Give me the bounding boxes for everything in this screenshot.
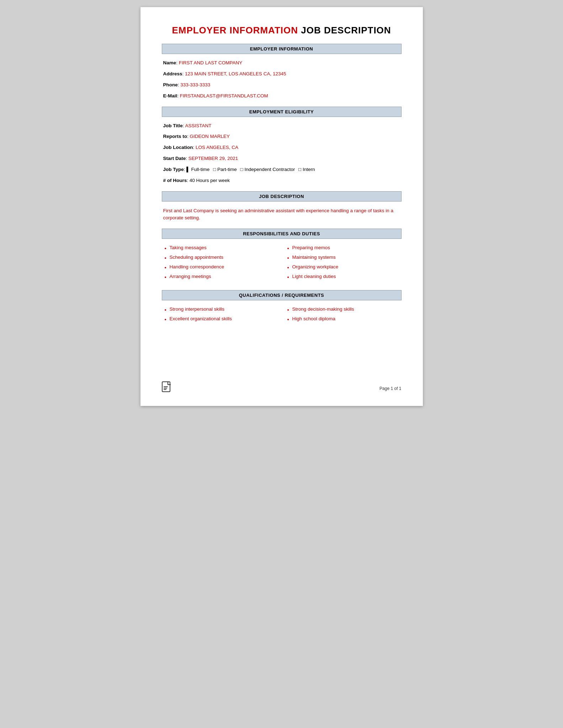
employer-address-line: Address: 123 MAIN STREET, LOS ANGELES CA… [163,71,402,77]
employer-name-line: Name: FIRST AND LAST COMPANY [163,60,402,66]
reports-to-value: GIDEON MARLEY [190,134,230,139]
responsibilities-left-list: Taking messages Scheduling appointments … [163,245,279,280]
employer-address-value: 123 MAIN STREET, LOS ANGELES CA, 12345 [185,71,286,76]
hours-line: # of Hours: 40 Hours per week [163,177,402,184]
list-item: Strong decision-making skills [286,306,402,313]
reports-to-colon: : [187,134,190,139]
name-label: Name [163,60,176,65]
phone-label: Phone [163,82,178,87]
job-location-label: Job Location [163,145,193,150]
responsibilities-left-col: Taking messages Scheduling appointments … [163,245,279,283]
job-description-header: JOB DESCRIPTION [162,191,402,202]
svg-rect-2 [164,388,167,389]
hours-value: 40 Hours per week [190,178,230,183]
svg-rect-1 [164,386,168,387]
list-item: Maintaining systems [286,254,402,261]
responsibilities-section: RESPONSIBILITIES AND DUTIES Taking messa… [162,229,402,283]
email-colon: : [177,93,180,98]
job-type-line: Job Type: ▌ Full-time □ Part-time □ Inde… [163,166,402,173]
title-red-word: EMPLOYER INFORMATION [172,25,298,36]
start-date-colon: : [186,156,188,161]
hours-colon: : [187,178,190,183]
responsibilities-header: RESPONSIBILITIES AND DUTIES [162,229,402,239]
job-description-text: First and Last Company is seeking an adm… [162,207,402,222]
fulltime-checkbox: ▌ Full-time [186,167,209,172]
list-item: Preparing memos [286,245,402,251]
job-type-label: Job Type [163,167,184,172]
responsibilities-list: Taking messages Scheduling appointments … [162,245,402,283]
job-location-line: Job Location: LOS ANGELES, CA [163,144,402,151]
job-location-value: LOS ANGELES, CA [196,145,238,150]
responsibilities-right-list: Preparing memos Maintaining systems Orga… [286,245,402,280]
employer-phone-line: Phone: 333-333-3333 [163,82,402,89]
employment-eligibility-header: EMPLOYMENT ELIGIBILITY [162,107,402,117]
start-date-value: SEPTEMBER 29, 2021 [188,156,238,161]
job-title-label: Job Title [163,123,183,128]
job-location-colon: : [193,145,196,150]
list-item: Taking messages [163,245,279,251]
responsibilities-right-col: Preparing memos Maintaining systems Orga… [286,245,402,283]
list-item: Strong interpersonal skills [163,306,279,313]
qualifications-header: QUALIFICATIONS / REQUIREMENTS [162,290,402,300]
employer-information-section: EMPLOYER INFORMATION Name: FIRST AND LAS… [162,44,402,100]
list-item: Handling correspondence [163,264,279,271]
qualifications-left-col: Strong interpersonal skills Excellent or… [163,306,279,325]
job-title-colon: : [183,123,185,128]
hours-label: # of Hours [163,178,187,183]
employment-eligibility-section: EMPLOYMENT ELIGIBILITY Job Title: ASSIST… [162,107,402,184]
reports-to-line: Reports to: GIDEON MARLEY [163,133,402,140]
list-item: Arranging meetings [163,273,279,280]
name-colon: : [176,60,179,65]
intern-checkbox: □ Intern [298,167,315,172]
page-footer: Page 1 of 1 [162,381,402,395]
employer-name-value: FIRST AND LAST COMPANY [179,60,243,65]
document-page: EMPLOYER INFORMATION JOB DESCRIPTION EMP… [140,7,423,406]
start-date-line: Start Date: SEPTEMBER 29, 2021 [163,155,402,162]
employer-email-line: E-Mail: FIRSTANDLAST@FIRSTANDLAST.COM [163,93,402,100]
page-title: EMPLOYER INFORMATION JOB DESCRIPTION [162,25,402,36]
employer-phone-value: 333-333-3333 [180,82,210,87]
qualifications-section: QUALIFICATIONS / REQUIREMENTS Strong int… [162,290,402,325]
independent-contractor-checkbox: □ Independent Contractor [240,167,295,172]
parttime-checkbox: □ Part-time [213,167,237,172]
employer-info-block: Name: FIRST AND LAST COMPANY Address: 12… [162,60,402,100]
job-title-line: Job Title: ASSISTANT [163,123,402,129]
address-label: Address [163,71,182,76]
page-number: Page 1 of 1 [379,386,401,391]
list-item: Light cleaning duties [286,273,402,280]
address-colon: : [182,71,185,76]
job-title-value: ASSISTANT [185,123,212,128]
qualifications-list: Strong interpersonal skills Excellent or… [162,306,402,325]
job-description-section: JOB DESCRIPTION First and Last Company i… [162,191,402,222]
employer-email-value: FIRSTANDLAST@FIRSTANDLAST.COM [180,93,268,98]
title-black-word: JOB DESCRIPTION [298,25,391,36]
qualifications-right-list: Strong decision-making skills High schoo… [286,306,402,322]
employer-information-header: EMPLOYER INFORMATION [162,44,402,54]
qualifications-left-list: Strong interpersonal skills Excellent or… [163,306,279,322]
employment-eligibility-block: Job Title: ASSISTANT Reports to: GIDEON … [162,123,402,184]
svg-rect-3 [164,389,166,390]
reports-to-label: Reports to [163,134,187,139]
email-label: E-Mail [163,93,177,98]
list-item: Organizing workplace [286,264,402,271]
qualifications-right-col: Strong decision-making skills High schoo… [286,306,402,325]
list-item: Scheduling appointments [163,254,279,261]
start-date-label: Start Date [163,156,186,161]
list-item: Excellent organizational skills [163,316,279,322]
document-icon [162,381,172,395]
list-item: High school diploma [286,316,402,322]
